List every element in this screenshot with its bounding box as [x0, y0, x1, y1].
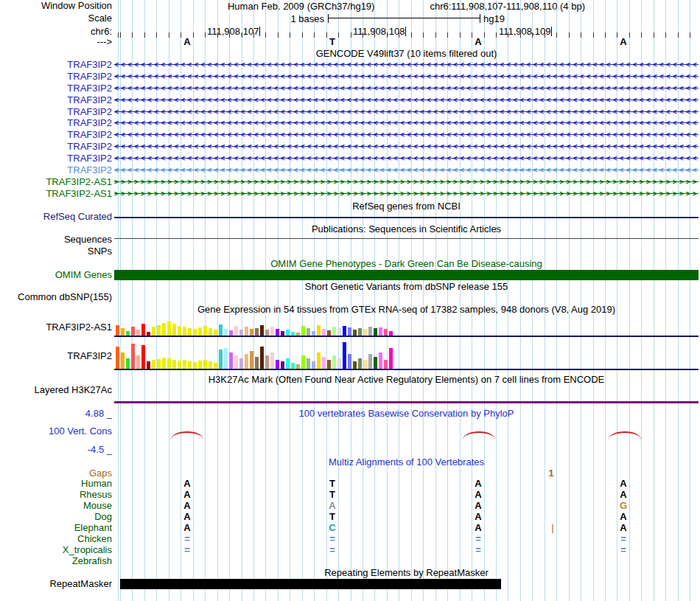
ruler-ticks[interactable] — [114, 32, 699, 38]
align-unalignable: = — [329, 545, 335, 555]
reference-base: A — [475, 37, 481, 47]
gene-model-traf3ip2-as1[interactable]: >>>>>>>>>>>>>>>>>>>>>>>>>>>>>>>>>>>>>>>>… — [114, 189, 699, 199]
species-label-zebrafish[interactable]: Zebrafish — [0, 556, 112, 566]
align-base: A — [475, 512, 481, 522]
align-base: T — [329, 479, 335, 489]
track-label-traf3ip2[interactable]: TRAF3IP2 — [0, 142, 112, 152]
align-unalignable: = — [184, 545, 190, 555]
align-unalignable: = — [620, 545, 626, 555]
gtex-bar-chart-traf3ip2-as1[interactable] — [116, 318, 393, 336]
gene-model-traf3ip2[interactable]: <<<<<<<<<<<<<<<<<<<<<<<<<<<<<<<<<<<<<<<<… — [114, 130, 699, 140]
species-label-rhesus[interactable]: Rhesus — [0, 490, 112, 500]
sequences-item[interactable] — [114, 238, 699, 239]
align-base: A — [475, 523, 481, 533]
phylop-min-value: -4.5 _ — [0, 445, 112, 455]
scale-bar — [328, 14, 480, 23]
track-label-traf3ip2[interactable]: TRAF3IP2 — [0, 72, 112, 82]
track-label-omim-genes[interactable]: OMIM Genes — [0, 270, 112, 280]
track-label-traf3ip2[interactable]: TRAF3IP2 — [0, 165, 112, 176]
track-label-repeatmasker[interactable]: RepeatMasker — [0, 579, 112, 589]
track-label-traf3ip2[interactable]: TRAF3IP2 — [0, 83, 112, 94]
ucsc-genome-browser: Window Position Human Feb. 2009 (GRCh37/… — [0, 0, 700, 601]
gtex-baseline-as1 — [114, 336, 699, 337]
align-base: A — [475, 479, 481, 489]
track-label-common-dbsnp[interactable]: Common dbSNP(155) — [0, 292, 112, 302]
assembly-title: Human Feb. 2009 (GRCh37/hg19) — [228, 1, 374, 12]
track-label-traf3ip2[interactable]: TRAF3IP2 — [0, 95, 112, 105]
track-label-traf3ip2[interactable]: TRAF3IP2 — [0, 60, 112, 70]
species-label-dog[interactable]: Dog — [0, 512, 112, 522]
chrom-label: chr6: — [0, 27, 112, 37]
gene-model-traf3ip2[interactable]: <<<<<<<<<<<<<<<<<<<<<<<<<<<<<<<<<<<<<<<<… — [114, 95, 699, 105]
track-label-traf3ip2[interactable]: TRAF3IP2 — [0, 130, 112, 140]
track-label-100-vert-cons[interactable]: 100 Vert. Cons — [0, 426, 112, 437]
species-label-chicken[interactable]: Chicken — [0, 534, 112, 544]
align-unalignable: = — [475, 545, 481, 555]
gene-model-traf3ip2[interactable]: <<<<<<<<<<<<<<<<<<<<<<<<<<<<<<<<<<<<<<<<… — [114, 165, 699, 176]
align-unalignable: = — [184, 534, 190, 544]
phylop-track-title: 100 vertebrates Basewise Conservation by… — [114, 409, 699, 419]
h3k27ac-track-title: H3K27Ac Mark (Often Found Near Active Re… — [114, 375, 699, 385]
repeatmasker-track-title: Repeating Elements by RepeatMasker — [114, 568, 699, 578]
gene-model-traf3ip2[interactable]: <<<<<<<<<<<<<<<<<<<<<<<<<<<<<<<<<<<<<<<<… — [114, 142, 699, 152]
track-label-refseq-curated[interactable]: RefSeq Curated — [0, 212, 112, 222]
window-position-label: Window Position — [0, 1, 112, 11]
scale-label: Scale — [0, 13, 112, 24]
align-base: A — [620, 512, 626, 522]
track-label-traf3ip2[interactable]: TRAF3IP2 — [0, 153, 112, 164]
gene-model-traf3ip2[interactable]: <<<<<<<<<<<<<<<<<<<<<<<<<<<<<<<<<<<<<<<<… — [114, 72, 699, 82]
align-unalignable: = — [475, 534, 481, 544]
gene-model-traf3ip2[interactable]: <<<<<<<<<<<<<<<<<<<<<<<<<<<<<<<<<<<<<<<<… — [114, 60, 699, 70]
scale-value: 1 bases — [286, 13, 324, 24]
align-base: A — [475, 501, 481, 511]
align-base: A — [329, 501, 335, 511]
h3k27ac-signal[interactable] — [114, 401, 699, 403]
publications-track-title: Publications: Sequences in Scientific Ar… — [114, 224, 699, 235]
align-base: A — [620, 479, 626, 489]
gtex-label-traf3ip2-as1[interactable]: TRAF3IP2-AS1 — [0, 322, 112, 333]
gencode-track-title: GENCODE V49lift37 (10 items filtered out… — [114, 49, 699, 59]
position-range: chr6:111,908,107-111,908,110 (4 bp) — [430, 1, 585, 12]
refseq-track-title: RefSeq genes from NCBI — [114, 201, 699, 212]
gtex-track-title: Gene Expression in 54 tissues from GTEx … — [114, 305, 699, 315]
gene-model-traf3ip2[interactable]: <<<<<<<<<<<<<<<<<<<<<<<<<<<<<<<<<<<<<<<<… — [114, 118, 699, 128]
refseq-curated-item[interactable] — [114, 217, 699, 218]
track-label-traf3ip2[interactable]: TRAF3IP2 — [0, 107, 112, 117]
reference-base: A — [183, 37, 190, 47]
species-label-human[interactable]: Human — [0, 479, 112, 489]
multiz-label-gaps[interactable]: Gaps — [0, 468, 112, 479]
gtex-label-traf3ip2[interactable]: TRAF3IP2 — [0, 351, 112, 361]
align-base: A — [183, 512, 190, 522]
species-label-x-tropicalis[interactable]: X_tropicalis — [0, 545, 112, 555]
track-label-traf3ip2[interactable]: TRAF3IP2 — [0, 118, 112, 128]
omim-track-title: OMIM Gene Phenotypes - Dark Green Can Be… — [114, 259, 699, 269]
align-base: A — [183, 523, 190, 533]
track-label-traf3ip2-as1[interactable]: TRAF3IP2-AS1 — [0, 189, 112, 199]
species-label-mouse[interactable]: Mouse — [0, 501, 112, 511]
species-label-elephant[interactable]: Elephant — [0, 523, 112, 533]
gene-model-traf3ip2[interactable]: <<<<<<<<<<<<<<<<<<<<<<<<<<<<<<<<<<<<<<<<… — [114, 153, 699, 164]
gtex-bar-chart-traf3ip2[interactable] — [116, 341, 393, 369]
strand-direction-label: ---> — [0, 37, 112, 47]
track-label-traf3ip2-as1[interactable]: TRAF3IP2-AS1 — [0, 177, 112, 187]
align-base: T — [329, 490, 335, 500]
gene-model-traf3ip2[interactable]: <<<<<<<<<<<<<<<<<<<<<<<<<<<<<<<<<<<<<<<<… — [114, 83, 699, 94]
align-base: A — [183, 490, 190, 500]
track-label-sequences[interactable]: Sequences — [0, 235, 112, 245]
align-base: A — [620, 490, 626, 500]
dbsnp-track-title: Short Genetic Variants from dbSNP releas… — [114, 282, 699, 292]
track-label-snps[interactable]: SNPs — [0, 246, 112, 257]
scale-assembly: hg19 — [483, 13, 505, 24]
gene-model-traf3ip2-as1[interactable]: >>>>>>>>>>>>>>>>>>>>>>>>>>>>>>>>>>>>>>>>… — [114, 177, 699, 187]
gene-model-traf3ip2[interactable]: <<<<<<<<<<<<<<<<<<<<<<<<<<<<<<<<<<<<<<<<… — [114, 107, 699, 117]
align-base: A — [620, 523, 626, 533]
repeat-element-item[interactable] — [120, 579, 501, 589]
align-unalignable: = — [620, 534, 626, 544]
track-label-layered-h3k27ac[interactable]: Layered H3K27Ac — [0, 385, 112, 395]
align-base: G — [620, 501, 627, 511]
browser-title-row: Human Feb. 2009 (GRCh37/hg19) chr6:111,9… — [114, 1, 699, 12]
omim-gene-item[interactable] — [114, 270, 699, 280]
align-base: T — [329, 512, 335, 522]
gap-count: 1 — [548, 468, 553, 479]
align-base: A — [475, 490, 481, 500]
